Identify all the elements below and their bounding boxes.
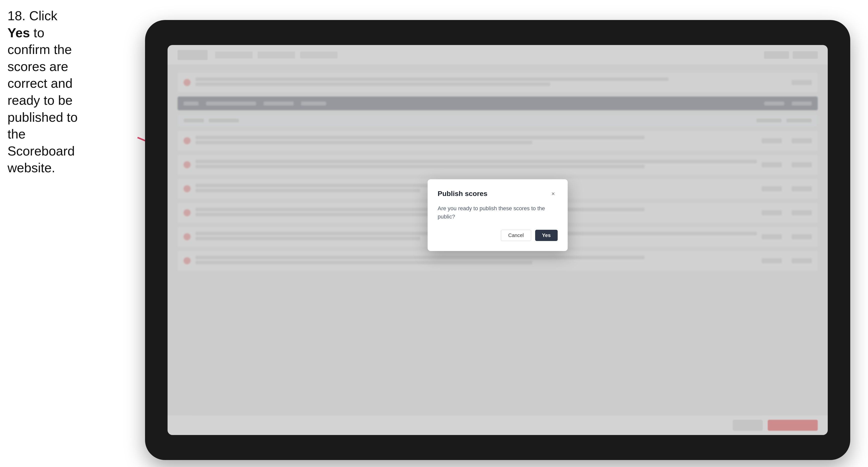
cancel-button[interactable]: Cancel	[501, 230, 531, 241]
tablet-screen: Publish scores × Are you ready to publis…	[167, 45, 828, 435]
modal-close-button[interactable]: ×	[549, 189, 558, 198]
modal-body: Are you ready to publish these scores to…	[438, 204, 558, 221]
modal-overlay: Publish scores × Are you ready to publis…	[167, 45, 828, 435]
yes-button[interactable]: Yes	[535, 230, 558, 241]
tablet-device: Publish scores × Are you ready to publis…	[145, 20, 850, 460]
modal-title: Publish scores	[438, 190, 487, 198]
publish-scores-modal: Publish scores × Are you ready to publis…	[428, 179, 568, 251]
instruction-text: 18. Click Yes to confirm the scores are …	[7, 7, 80, 177]
modal-footer: Cancel Yes	[438, 230, 558, 241]
modal-body-text: Are you ready to publish these scores to…	[438, 204, 558, 221]
modal-header: Publish scores ×	[438, 189, 558, 198]
